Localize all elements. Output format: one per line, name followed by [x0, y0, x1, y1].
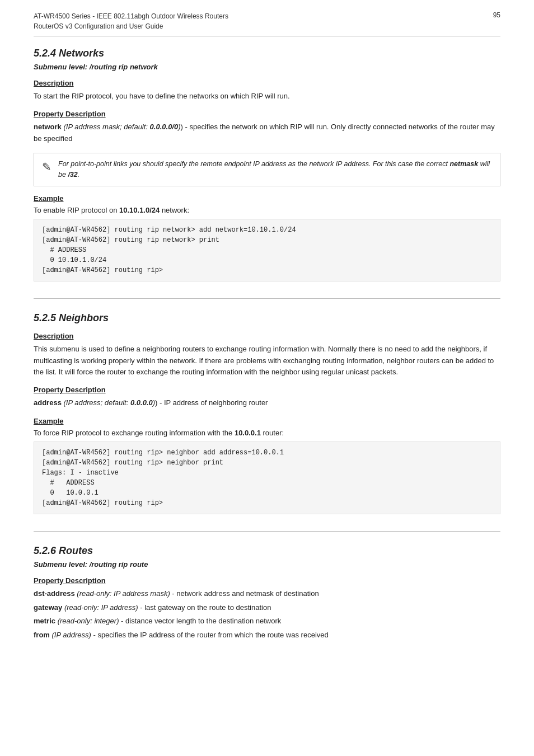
header-title-line2: RouterOS v3 Configuration and User Guide — [34, 21, 228, 31]
section-524-submenu: Submenu level: /routing rip network — [34, 63, 500, 71]
section-524: 5.2.4 Networks Submenu level: /routing r… — [34, 48, 500, 281]
section-526-title: 5.2.6 Routes — [34, 545, 500, 557]
prop-network-detail: (IP address mask; default: 0.0.0.0/0) — [62, 123, 181, 131]
property-description-heading-526: Property Description — [34, 576, 500, 585]
submenu-path-526: /routing rip route — [90, 560, 148, 569]
prop-gateway-detail: (read-only: IP address) — [62, 603, 138, 612]
note-bold-netmask: netmask — [449, 160, 478, 168]
header-title-line1: AT-WR4500 Series - IEEE 802.11abgh Outdo… — [34, 11, 228, 21]
header-page-number: 95 — [493, 11, 500, 19]
prop-network-name: network — [34, 123, 62, 131]
code-block-525: [admin@AT-WR4562] routing rip> neighbor … — [34, 442, 500, 514]
prop-from-rest: - specifies the IP address of the router… — [91, 631, 329, 639]
example-network-bold: 10.10.1.0/24 — [119, 206, 160, 214]
example-intro-text2: network: — [160, 206, 189, 214]
prop-metric-detail: (read-only: integer) — [55, 617, 119, 625]
prop-gateway-rest: - last gateway on the route to destinati… — [138, 603, 271, 612]
example-intro-524: To enable RIP protocol on 10.10.1.0/24 n… — [34, 206, 500, 214]
prop-network-default: 0.0.0.0/0 — [150, 123, 179, 131]
prop-gateway: gateway (read-only: IP address) - last g… — [34, 602, 500, 614]
property-description-heading-524: Property Description — [34, 110, 500, 118]
prop-metric-name: metric — [34, 617, 55, 625]
page-header: AT-WR4500 Series - IEEE 802.11abgh Outdo… — [34, 11, 500, 36]
prop-gateway-name: gateway — [34, 603, 62, 612]
example-intro-525: To force RIP protocol to exchange routin… — [34, 429, 500, 437]
prop-metric: metric (read-only: integer) - distance v… — [34, 616, 500, 627]
section-525-title: 5.2.5 Neighbors — [34, 312, 500, 324]
code-block-524: [admin@AT-WR4562] routing rip network> a… — [34, 219, 500, 281]
note-text: For point-to-point links you should spec… — [58, 159, 492, 181]
submenu-label-text: Submenu level: — [34, 63, 90, 71]
prop-metric-rest: - distance vector length to the destinat… — [119, 617, 281, 625]
example-heading-524: Example — [34, 194, 500, 203]
prop-dst-rest: - network address and netmask of destina… — [170, 589, 319, 598]
section-divider-2 — [34, 531, 500, 532]
section-526-submenu: Submenu level: /routing rip route — [34, 560, 500, 569]
description-heading-525: Description — [34, 332, 500, 340]
prop-address-default: 0.0.0.0 — [130, 398, 153, 407]
note-bold-32: /32 — [68, 171, 77, 179]
description-text-524: To start the RIP protocol, you have to d… — [34, 91, 500, 102]
submenu-path: /routing rip network — [90, 63, 158, 71]
header-left: AT-WR4500 Series - IEEE 802.11abgh Outdo… — [34, 11, 228, 31]
prop-dst-address: dst-address (read-only: IP address mask)… — [34, 588, 500, 600]
example-router-bold: 10.0.0.1 — [235, 429, 261, 437]
section-525: 5.2.5 Neighbors Description This submenu… — [34, 312, 500, 514]
note-icon: ✎ — [42, 160, 51, 173]
prop-from-name: from — [34, 631, 50, 639]
prop-address-name: address — [34, 398, 62, 407]
submenu-label-526: Submenu level: — [34, 560, 90, 569]
section-526: 5.2.6 Routes Submenu level: /routing rip… — [34, 545, 500, 641]
prop-dst-detail: (read-only: IP address mask) — [75, 589, 170, 598]
property-description-heading-525: Property Description — [34, 386, 500, 394]
note-text-part1: For point-to-point links you should spec… — [58, 160, 490, 179]
prop-address-detail: (IP address; default: 0.0.0.0) — [62, 398, 155, 407]
prop-address-rest: ) - IP address of neighboring router — [155, 398, 268, 407]
prop-from-detail: (IP address) — [50, 631, 91, 639]
example-heading-525: Example — [34, 417, 500, 425]
section-524-title: 5.2.4 Networks — [34, 48, 500, 59]
prop-address: address (IP address; default: 0.0.0.0)) … — [34, 397, 500, 409]
prop-from: from (IP address) - specifies the IP add… — [34, 630, 500, 641]
description-heading-524: Description — [34, 79, 500, 87]
page-container: AT-WR4500 Series - IEEE 802.11abgh Outdo… — [0, 0, 534, 680]
description-text-525: This submenu is used to define a neighbo… — [34, 344, 500, 377]
prop-dst-name: dst-address — [34, 589, 75, 598]
section-divider-1 — [34, 298, 500, 299]
prop-network: network (IP address mask; default: 0.0.0… — [34, 121, 500, 145]
example-intro-text1-525: To force RIP protocol to exchange routin… — [34, 429, 235, 437]
example-intro-text2-525: router: — [261, 429, 284, 437]
example-intro-text1: To enable RIP protocol on — [34, 206, 119, 214]
note-box: ✎ For point-to-point links you should sp… — [34, 153, 500, 187]
